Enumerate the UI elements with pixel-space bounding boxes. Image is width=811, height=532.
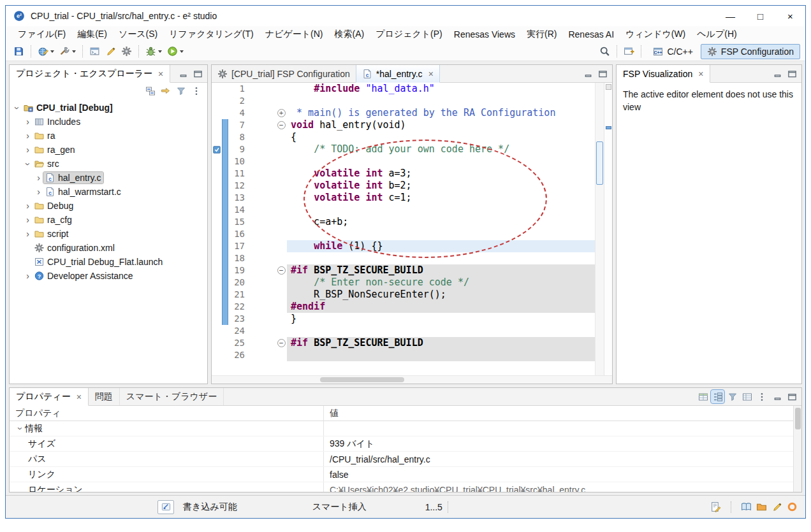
- tree-expand-icon[interactable]: ›: [34, 173, 43, 183]
- code-line[interactable]: 7−void hal_entry(void): [212, 119, 595, 131]
- menu-item-h[interactable]: ヘルプ(H): [691, 27, 742, 41]
- save-button[interactable]: [11, 45, 26, 58]
- tree-item-includes[interactable]: ›Includes: [10, 115, 207, 129]
- book-icon[interactable]: [741, 501, 752, 512]
- maximize-view-icon[interactable]: [785, 68, 798, 80]
- new-project-button[interactable]: [36, 45, 56, 58]
- tree-expand-icon[interactable]: ›: [23, 215, 33, 225]
- code-line[interactable]: 17 while (1) {}: [212, 240, 595, 252]
- menu-item-f[interactable]: ファイル(F): [12, 27, 71, 41]
- minimize-view-icon[interactable]: [771, 68, 784, 80]
- settings-button[interactable]: [119, 45, 134, 58]
- property-row-item-3[interactable]: リンクfalse: [10, 467, 801, 482]
- tree-expand-icon[interactable]: ›: [34, 187, 43, 197]
- maximize-button[interactable]: □: [745, 6, 775, 26]
- tree-item-ra[interactable]: ›ra: [10, 129, 207, 143]
- tab-project-explorer[interactable]: プロジェクト・エクスプローラー ×: [10, 65, 170, 83]
- close-icon[interactable]: ×: [428, 69, 434, 79]
- property-row-item-0[interactable]: ›情報: [10, 421, 801, 436]
- code-line[interactable]: 20 /* Enter non-secure code */: [212, 277, 595, 289]
- minimize-view-icon[interactable]: [177, 68, 190, 80]
- debug-button[interactable]: [143, 45, 164, 58]
- view-menu-button[interactable]: [755, 390, 768, 403]
- menu-item-t[interactable]: リファクタリング(T): [163, 27, 259, 41]
- minimize-view-icon[interactable]: [771, 391, 784, 403]
- search-button[interactable]: [597, 45, 612, 58]
- tree-expand-icon[interactable]: ›: [23, 159, 33, 169]
- code-line[interactable]: 12 volatile int b=2;: [212, 180, 595, 192]
- code-line[interactable]: 9 /* TODO: add your own code here */: [212, 143, 595, 155]
- maximize-view-icon[interactable]: [596, 68, 609, 80]
- scrollbar-thumb[interactable]: [596, 141, 603, 185]
- link-editor-button[interactable]: [159, 84, 172, 97]
- column-header-property[interactable]: プロパティ: [10, 408, 323, 419]
- menu-item-renesas-ai[interactable]: Renesas AI: [562, 28, 620, 41]
- code-line[interactable]: 24: [212, 325, 595, 337]
- code-line[interactable]: 1 #include "hal_data.h": [212, 83, 595, 95]
- fold-minus-icon[interactable]: −: [275, 337, 287, 349]
- code-line[interactable]: 18: [212, 252, 595, 264]
- fold-minus-icon[interactable]: −: [275, 119, 287, 131]
- filter-button[interactable]: [174, 84, 187, 97]
- close-button[interactable]: ×: [775, 6, 805, 26]
- menu-item-p[interactable]: プロジェクト(P): [370, 27, 448, 41]
- overview-header-icon[interactable]: [606, 84, 611, 90]
- property-row-item-2[interactable]: パス/CPU_trial/src/hal_entry.c: [10, 452, 801, 467]
- code-line[interactable]: 26: [212, 349, 595, 361]
- column-header-value[interactable]: 値: [323, 406, 801, 421]
- configurator-button[interactable]: [103, 45, 118, 58]
- code-line[interactable]: 13 volatile int c=1;: [212, 192, 595, 204]
- code-line[interactable]: 19−#if BSP_TZ_SECURE_BUILD: [212, 264, 595, 277]
- folder-orange-icon[interactable]: [756, 501, 767, 512]
- collapse-all-button[interactable]: [143, 84, 157, 97]
- menu-item-s[interactable]: ソース(S): [113, 27, 163, 41]
- tree-item-developer-assistance[interactable]: ›?Developer Assistance: [10, 269, 207, 283]
- code-line[interactable]: 25−#if BSP_TZ_SECURE_BUILD: [212, 337, 595, 349]
- tree-expand-icon[interactable]: ›: [23, 229, 33, 239]
- perspective-c-c-button[interactable]: C++C/C++: [647, 44, 699, 59]
- overview-ruler[interactable]: [604, 83, 612, 375]
- close-icon[interactable]: ×: [77, 392, 82, 402]
- code-line[interactable]: 8{: [212, 131, 595, 143]
- tree-item-debug[interactable]: ›Debug: [10, 199, 207, 213]
- tree-expand-icon[interactable]: ›: [23, 145, 33, 155]
- tree-item-src[interactable]: ›src: [10, 157, 207, 171]
- editor-vertical-scrollbar[interactable]: [595, 83, 604, 375]
- minimize-view-icon[interactable]: [582, 68, 595, 80]
- property-row-item-1[interactable]: サイズ939 バイト: [10, 436, 801, 452]
- filter-button[interactable]: [726, 390, 739, 403]
- build-button[interactable]: [57, 45, 78, 58]
- fold-minus-icon[interactable]: −: [275, 264, 287, 277]
- scrollbar-thumb[interactable]: [320, 377, 404, 382]
- console-button[interactable]: [87, 45, 102, 58]
- code-editor[interactable]: 1 #include "hal_data.h"24+ * main() is g…: [212, 83, 612, 375]
- editor-tab-cpu-trial-fsp-configuration[interactable]: [CPU_trial] FSP Configuration: [212, 65, 356, 82]
- table-button[interactable]: [740, 390, 754, 403]
- code-line[interactable]: 21 R_BSP_NonSecureEnter();: [212, 289, 595, 301]
- code-line[interactable]: 11 volatile int a=3;: [212, 168, 595, 180]
- tree-expand-icon[interactable]: ›: [23, 271, 33, 281]
- code-line[interactable]: 16: [212, 228, 595, 240]
- task-marker-icon[interactable]: [212, 143, 222, 155]
- tab-item-0[interactable]: プロパティー×: [10, 388, 89, 406]
- tree-item-hal-entry-c[interactable]: ›chal_entry.c: [10, 171, 207, 185]
- close-icon[interactable]: ×: [698, 69, 703, 79]
- code-line[interactable]: 15 c=a+b;: [212, 216, 595, 228]
- grid-button[interactable]: [696, 390, 710, 403]
- menu-item-e[interactable]: 編集(E): [71, 27, 113, 41]
- editor-tab-hal-entry-c[interactable]: c*hal_entry.c×: [356, 65, 440, 83]
- code-line[interactable]: 14: [212, 204, 595, 216]
- tree-item-configuration-xml[interactable]: configuration.xml: [10, 241, 207, 255]
- tree-item-ra-cfg[interactable]: ›ra_cfg: [10, 213, 207, 227]
- editor-horizontal-scrollbar[interactable]: [212, 375, 612, 384]
- maximize-view-icon[interactable]: [191, 68, 204, 80]
- menu-item-r[interactable]: 実行(R): [521, 27, 562, 41]
- view-menu-button[interactable]: [189, 84, 203, 97]
- ring-icon[interactable]: [787, 501, 798, 512]
- open-perspective-button[interactable]: [622, 45, 636, 58]
- close-icon[interactable]: ×: [158, 69, 163, 79]
- tab-item-1[interactable]: 問題: [89, 388, 120, 405]
- tree-item-hal-warmstart-c[interactable]: ›chal_warmstart.c: [10, 185, 207, 199]
- fold-plus-icon[interactable]: +: [275, 107, 287, 119]
- tree-item-ra-gen[interactable]: ›ra_gen: [10, 143, 207, 157]
